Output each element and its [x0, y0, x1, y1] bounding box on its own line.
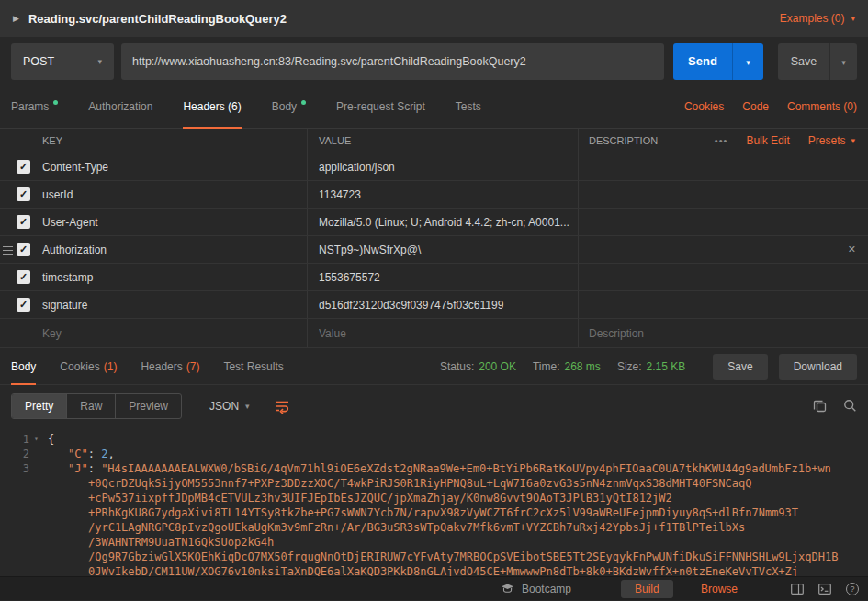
header-description[interactable]: [579, 153, 868, 180]
header-description[interactable]: [579, 291, 868, 318]
chevron-down-icon: ▾: [851, 14, 855, 23]
time-label: Time:: [533, 360, 560, 373]
headers-count-badge: (7): [186, 360, 200, 373]
console-icon[interactable]: [818, 584, 831, 595]
header-description[interactable]: [579, 209, 868, 235]
response-tab-cookies-label: Cookies: [60, 360, 99, 373]
expand-sidebar-arrow-icon[interactable]: ▶: [13, 14, 19, 23]
tab-body-label: Body: [272, 100, 297, 113]
bulk-edit-link[interactable]: Bulk Edit: [746, 134, 789, 147]
send-options-button[interactable]: ▾: [732, 43, 763, 80]
save-button-group: Save ▾: [778, 43, 857, 80]
row-checkbox[interactable]: ✓: [17, 243, 30, 256]
row-checkbox[interactable]: ✓: [17, 298, 30, 312]
new-header-row: [0, 319, 868, 348]
header-key[interactable]: timestamp: [37, 264, 308, 290]
new-key-input[interactable]: [42, 327, 307, 340]
row-checkbox[interactable]: ✓: [17, 215, 30, 229]
check-icon: ✓: [19, 272, 28, 282]
more-options-icon[interactable]: •••: [715, 135, 728, 146]
header-description[interactable]: [579, 264, 868, 290]
header-key[interactable]: Content-Type: [37, 153, 308, 180]
chevron-down-icon: ▾: [245, 402, 250, 411]
code-line: +0QcrDZUqkSijyOM5553nnf7+PXPz3DDzzXOC/T4…: [48, 476, 866, 491]
header-value[interactable]: NSTp9~)NwSfrXp@\: [308, 236, 579, 263]
tab-params[interactable]: Params: [11, 85, 58, 128]
line-number: 3: [0, 461, 29, 476]
examples-dropdown[interactable]: Examples (0) ▾: [780, 12, 855, 25]
bootcamp-label: Bootcamp: [522, 583, 571, 595]
chevron-down-icon: ▾: [851, 136, 855, 145]
response-tab-cookies[interactable]: Cookies (1): [60, 348, 117, 384]
build-button[interactable]: Build: [621, 580, 673, 598]
send-button[interactable]: Send: [673, 43, 732, 80]
json-colon: :: [88, 462, 101, 475]
json-colon: :: [88, 448, 101, 460]
header-value[interactable]: 1134723: [308, 181, 579, 208]
response-tab-headers[interactable]: Headers (7): [141, 348, 199, 384]
tab-params-label: Params: [11, 100, 49, 113]
json-string: +PRhKgKU8G7ydgaXivi8TL14YTSy8tkZbe+PG7sW…: [88, 506, 798, 519]
tab-prerequest-script[interactable]: Pre-request Script: [336, 85, 425, 128]
view-mode-preview[interactable]: Preview: [116, 394, 181, 418]
tab-headers[interactable]: Headers (6): [183, 85, 241, 128]
delete-row-icon[interactable]: ✕: [848, 244, 856, 255]
url-input[interactable]: [121, 43, 664, 80]
wrap-text-icon[interactable]: [274, 399, 290, 414]
help-icon[interactable]: ?: [846, 583, 859, 595]
tab-authorization[interactable]: Authorization: [88, 85, 152, 128]
tab-authorization-label: Authorization: [88, 100, 152, 113]
view-mode-pretty[interactable]: Pretty: [12, 394, 67, 418]
chevron-down-icon: ▾: [746, 58, 750, 67]
save-request-button[interactable]: Save: [778, 43, 829, 80]
json-string: /yrC1LAgNRGPC8pIvzQgoUEkaUgKm3v9mFzRn+/A…: [88, 521, 745, 534]
new-value-input[interactable]: [319, 327, 578, 340]
new-description-input[interactable]: [589, 327, 855, 340]
header-value[interactable]: application/json: [308, 153, 579, 180]
presets-dropdown[interactable]: Presets ▾: [808, 134, 855, 147]
tab-tests[interactable]: Tests: [456, 85, 481, 128]
response-tab-test-results[interactable]: Test Results: [223, 348, 283, 384]
comments-link[interactable]: Comments (0): [787, 100, 857, 113]
bootcamp-button[interactable]: Bootcamp: [501, 583, 571, 595]
header-value[interactable]: Mozilla/5.0 (Linux; U; Android 4.4.2; zh…: [308, 209, 579, 235]
presets-label: Presets: [808, 134, 846, 147]
json-comma: ,: [107, 448, 114, 460]
check-icon: ✓: [19, 189, 28, 199]
row-checkbox[interactable]: ✓: [17, 160, 30, 174]
cookies-link[interactable]: Cookies: [684, 100, 724, 113]
code-link[interactable]: Code: [742, 100, 769, 113]
header-row-timestamp: ✓ timestamp 1553675572: [0, 264, 868, 291]
view-mode-raw[interactable]: Raw: [67, 394, 116, 418]
response-tab-headers-label: Headers: [141, 360, 182, 373]
tab-body[interactable]: Body: [272, 85, 306, 128]
download-response-button[interactable]: Download: [779, 354, 857, 380]
app-statusbar: Bootcamp Build Browse ?: [0, 576, 868, 600]
header-value[interactable]: d516df23120d3c9f0397475f03c61199: [308, 291, 579, 318]
format-select[interactable]: JSON ▾: [209, 400, 250, 413]
status-label: Status:: [440, 360, 474, 373]
code-line: "J": "H4sIAAAAAAAEALWXW0/bSBiG/4qVm71hl9…: [48, 461, 866, 476]
browse-button[interactable]: Browse: [687, 580, 751, 598]
copy-icon[interactable]: [813, 399, 827, 413]
postman-app: ▶ Reading.svc/parentChildReadingBookQuer…: [0, 0, 868, 601]
save-response-button[interactable]: Save: [713, 354, 767, 380]
header-key[interactable]: userId: [37, 181, 308, 208]
header-key[interactable]: User-Agent: [37, 209, 308, 235]
drag-handle-icon[interactable]: [3, 246, 13, 255]
header-value[interactable]: 1553675572: [308, 264, 579, 290]
code-line: {: [48, 432, 866, 447]
fold-toggle-icon[interactable]: ▾: [34, 434, 39, 445]
header-description[interactable]: [579, 236, 868, 263]
method-select[interactable]: POST ▾: [11, 43, 114, 80]
header-description[interactable]: [579, 181, 868, 208]
search-icon[interactable]: [843, 399, 857, 413]
two-pane-layout-icon[interactable]: [791, 584, 804, 595]
response-viewer-toolbar: Pretty Raw Preview JSON ▾: [0, 385, 868, 426]
row-checkbox[interactable]: ✓: [17, 187, 30, 201]
header-key[interactable]: signature: [37, 291, 308, 318]
response-tab-body[interactable]: Body: [11, 348, 36, 384]
row-checkbox[interactable]: ✓: [17, 270, 30, 284]
header-key[interactable]: Authorization: [37, 236, 308, 263]
save-options-button[interactable]: ▾: [829, 43, 857, 80]
